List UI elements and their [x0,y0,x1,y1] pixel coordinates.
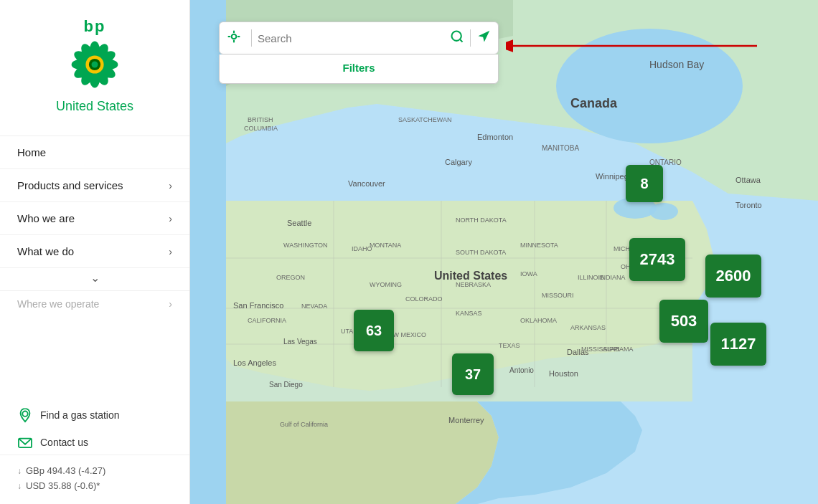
where-operate-label: Where we operate [17,298,99,310]
svg-text:MANITOBA: MANITOBA [542,144,579,152]
svg-text:Las Vegas: Las Vegas [283,338,317,346]
svg-point-80 [232,34,237,39]
chevron-right-icon: › [169,180,172,191]
bp-flower-icon [69,39,121,90]
nav-collapsed-toggle[interactable]: ⌄ [0,267,189,290]
chevron-right-icon: › [169,298,172,310]
svg-text:San Francisco: San Francisco [233,301,283,310]
svg-text:SASKATCHEWAN: SASKATCHEWAN [398,116,452,123]
svg-text:Canada: Canada [570,96,618,110]
svg-text:ALABAMA: ALABAMA [603,346,634,353]
cluster-8[interactable]: 8 [626,165,663,202]
svg-text:Edmonton: Edmonton [477,133,513,141]
search-input[interactable] [258,32,450,44]
svg-marker-87 [479,30,490,42]
svg-text:NORTH DAKOTA: NORTH DAKOTA [456,217,507,224]
search-box[interactable] [219,22,499,54]
find-gas-station-label: Find a gas station [40,409,120,421]
cluster-1127[interactable]: 1127 [710,323,766,366]
sidebar-item-who-label: Who we are [17,212,75,224]
svg-text:United States: United States [434,270,507,282]
sidebar-country: United States [56,99,133,114]
svg-text:ARKANSAS: ARKANSAS [570,324,606,331]
sidebar-item-who[interactable]: Who we are › [0,201,189,234]
chevron-right-icon: › [169,246,172,257]
stock-usd: ↓ USD 35.88 (-0.6)* [17,480,172,491]
svg-text:Gulf of California: Gulf of California [280,421,328,428]
svg-text:Antonio: Antonio [509,366,534,374]
search-icon[interactable] [450,29,464,47]
sidebar-item-products-label: Products and services [17,179,123,191]
search-divider [251,29,252,47]
svg-text:Hudson Bay: Hudson Bay [649,59,704,70]
filters-label[interactable]: Filters [342,62,375,74]
svg-text:SOUTH DAKOTA: SOUTH DAKOTA [456,249,506,256]
location-target-icon[interactable] [227,29,241,47]
sidebar-nav: Home Products and services › Who we are … [0,135,189,396]
envelope-icon [17,436,33,449]
svg-text:Winnipeg: Winnipeg [596,172,629,181]
cluster-37[interactable]: 37 [452,353,494,395]
cluster-503[interactable]: 503 [659,300,708,343]
main-content: Hudson Bay Canada United States MANITOBA… [190,0,818,504]
svg-text:OREGON: OREGON [276,274,305,281]
svg-text:WYOMING: WYOMING [370,281,402,288]
bp-logo: bp [69,17,121,90]
svg-text:OKLAHOMA: OKLAHOMA [520,317,557,324]
sidebar-item-home[interactable]: Home [0,135,189,168]
arrow-down-icon: ↓ [17,481,22,491]
navigation-icon[interactable] [476,29,491,47]
svg-text:BRITISH: BRITISH [248,116,273,123]
svg-text:NEBRASKA: NEBRASKA [456,281,491,288]
svg-point-22 [649,203,678,220]
map-container[interactable]: Hudson Bay Canada United States MANITOBA… [190,0,818,504]
cluster-2743[interactable]: 2743 [629,238,685,281]
svg-text:Los Angeles: Los Angeles [233,358,276,367]
arrow-down-icon: ↓ [17,466,22,476]
svg-text:IOWA: IOWA [520,270,537,277]
sidebar-item-products[interactable]: Products and services › [0,168,189,201]
red-arrow-annotation [506,37,757,57]
stock-usd-label: USD 35.88 (-0.6)* [26,480,100,491]
search-overlay: Filters [219,22,499,84]
location-pin-icon [17,407,33,423]
svg-text:MISSOURI: MISSOURI [542,292,574,299]
svg-text:Calgary: Calgary [445,158,472,166]
chevron-down-icon: ⌄ [90,271,100,285]
stock-gbp-label: GBp 494.43 (-4.27) [26,465,105,476]
chevron-right-icon: › [169,213,172,224]
contact-us-label: Contact us [40,437,88,448]
svg-text:Houston: Houston [549,369,578,378]
svg-text:Monterrey: Monterrey [448,416,484,424]
svg-text:Vancouver: Vancouver [348,179,385,188]
cluster-2600[interactable]: 2600 [705,255,761,298]
svg-text:Seattle: Seattle [287,219,311,227]
sidebar: bp [0,0,190,504]
svg-text:MINNESOTA: MINNESOTA [520,242,558,249]
find-gas-station-link[interactable]: Find a gas station [17,407,172,423]
svg-text:San Diego: San Diego [269,381,303,389]
svg-text:NEVADA: NEVADA [301,303,327,310]
svg-point-16 [22,412,27,417]
filters-panel[interactable]: Filters [219,54,499,84]
cluster-63[interactable]: 63 [354,310,394,351]
sidebar-item-where-operate[interactable]: Where we operate › [0,290,189,317]
sidebar-links: Find a gas station Contact us [0,396,189,455]
logo-area: bp [0,0,189,121]
sidebar-item-what[interactable]: What we do › [0,234,189,267]
svg-text:Toronto: Toronto [735,201,762,209]
svg-text:WASHINGTON: WASHINGTON [283,242,328,249]
bp-logo-text: bp [84,17,106,36]
svg-text:CALIFORNIA: CALIFORNIA [248,317,286,324]
svg-text:Ottawa: Ottawa [735,176,761,184]
svg-text:INDIANA: INDIANA [599,274,626,281]
svg-text:MONTANA: MONTANA [370,242,401,249]
svg-text:KANSAS: KANSAS [456,310,482,317]
search-divider-2 [470,29,471,47]
stock-gbp: ↓ GBp 494.43 (-4.27) [17,465,172,476]
sidebar-item-home-label: Home [17,146,46,158]
contact-us-link[interactable]: Contact us [17,436,172,449]
sidebar-stocks: ↓ GBp 494.43 (-4.27) ↓ USD 35.88 (-0.6)* [0,455,189,504]
svg-text:COLUMBIA: COLUMBIA [244,125,278,132]
svg-text:COLORADO: COLORADO [405,295,443,303]
